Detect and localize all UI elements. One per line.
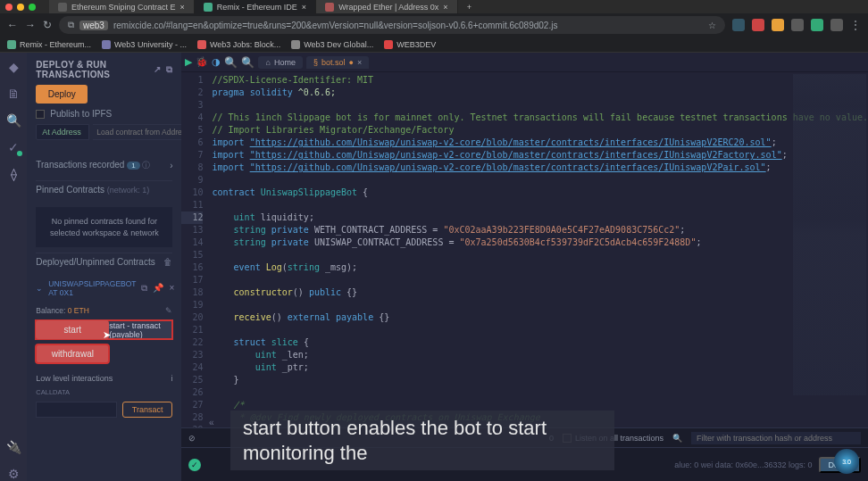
site-badge: ⧉ [68,20,74,30]
video-caption: start button enables the bot to start mo… [230,411,614,470]
new-tab-button[interactable]: + [458,0,480,13]
tx-log: alue: 0 wei data: 0x60e...36332 logs: 0 [674,460,812,469]
bookmark-label: Remix - Ethereum... [20,40,91,49]
publish-ipfs-row[interactable]: Publish to IPFS [36,109,172,119]
bookmark-icon [102,40,111,49]
search-icon[interactable]: 🔍 [6,113,21,128]
checkbox-icon[interactable] [36,110,45,119]
browser-tab-0[interactable]: Ethereum Sniping Contract E× [49,0,195,13]
star-icon[interactable]: ☆ [708,21,716,30]
pinned-title: Pinned Contracts [36,185,104,195]
favicon-icon [204,3,213,12]
close-icon[interactable]: × [443,3,447,12]
link-icon[interactable]: ⧉ [166,64,172,75]
browser-tab-2[interactable]: Wrapped Ether | Address 0x× [316,0,458,13]
toggle-icon[interactable]: ◑ [212,56,221,68]
tab-label: Wrapped Ether | Address 0x [338,3,438,12]
low-level-row: Low level interactions i [36,369,172,383]
info-icon[interactable]: i [171,374,172,383]
bookmark-icon [384,40,393,49]
close-icon[interactable]: × [357,58,362,67]
bookmark-item[interactable]: Web3 Jobs: Block... [197,40,280,49]
address-row: ← → ↻ ⧉ web3 remixcide.co/#lang=en&optim… [0,13,868,37]
url-prefix: web3 [79,21,108,30]
tx-filter-input[interactable] [691,432,861,444]
expand-icon[interactable]: ↗ [154,64,161,75]
ext-icon[interactable] [830,19,843,31]
close-traffic[interactable] [5,4,13,11]
cursor-icon: ➤ [103,329,111,341]
chevron-down-icon[interactable]: ⌄ [36,284,43,293]
bookmark-item[interactable]: Web3 Dev Global... [291,40,373,49]
min-traffic[interactable] [17,4,24,11]
collapse-icon[interactable]: « [209,418,214,427]
tab-label: Remix - Ethereum IDE [217,3,297,12]
menu-icon[interactable]: ⋮ [850,19,861,31]
pin-icon[interactable]: 📌 [153,283,163,294]
search-icon[interactable]: 🔍 [672,434,682,443]
browser-tab-1[interactable]: Remix - Ethereum IDE× [195,0,316,13]
ext-icon[interactable] [791,19,804,31]
bookmark-bar: Remix - Ethereum... Web3 University - ..… [0,37,868,53]
zoom-out-icon[interactable]: 🔍 [241,56,255,69]
bookmark-label: Web3 University - ... [114,40,187,49]
bookmark-label: Web3 Jobs: Block... [210,40,280,49]
favicon-icon [325,3,334,12]
reload-icon[interactable]: ↻ [43,19,52,31]
close-icon[interactable]: × [169,283,174,294]
deploy-button[interactable]: Deploy [36,85,88,104]
back-icon[interactable]: ← [7,19,18,31]
balance-value: 0 ETH [68,306,89,315]
max-traffic[interactable] [29,4,36,11]
tab-label: Ethereum Sniping Contract E [71,3,176,12]
withdrawal-button[interactable]: withdrawal [36,344,109,363]
edit-icon[interactable]: ✎ [165,306,172,315]
line-gutter: 1234567891011121314151617181920212223242… [181,72,208,427]
start-button[interactable]: start➤ [36,320,109,339]
bookmark-item[interactable]: Remix - Ethereum... [7,40,91,49]
ext-icon[interactable] [772,19,784,31]
forward-icon[interactable]: → [25,19,36,31]
trash-icon[interactable]: 🗑 [163,257,172,267]
contract-instance[interactable]: ⌄ UNISWAPSLIPPAGEBOT AT 0X1 ⧉📌× [36,276,172,301]
info-icon[interactable]: ⓘ [142,161,150,170]
code-body[interactable]: //SPDX-License-Identifier: MIT pragma so… [208,72,868,427]
zoom-in-icon[interactable]: 🔍 [224,56,238,69]
chevron-right-icon[interactable]: › [170,161,172,170]
compiler-icon[interactable]: ✓ [6,140,21,154]
editor-toolbar: ▶ 🐞 ◑ 🔍 🔍 ⌂Home §bot.sol●× [181,53,868,72]
transact-button[interactable]: Transact [122,402,173,418]
file-tab[interactable]: §bot.sol●× [306,56,369,69]
debug-icon[interactable]: 🐞 [196,56,208,68]
close-icon[interactable]: × [180,3,185,12]
load-address-input[interactable] [93,124,181,140]
remix-logo-icon[interactable]: ◆ [6,60,21,74]
deployed-section: Deployed/Unpinned Contracts 🗑 [36,253,172,270]
copy-icon[interactable]: ⧉ [141,283,147,294]
settings-icon[interactable]: ⚙ [6,467,21,481]
bookmark-item[interactable]: WEB3DEV [384,40,436,49]
panel-title: DEPLOY & RUN TRANSACTIONS ↗⧉ [36,60,172,79]
bookmark-item[interactable]: Web3 University - ... [102,40,187,49]
run-icon[interactable]: ▶ [185,56,192,68]
bookmark-label: Web3 Dev Global... [304,40,373,49]
success-icon: ✓ [188,459,201,471]
at-address-button[interactable]: At Address [36,124,89,140]
tx-recorded-row[interactable]: Transactions recorded 1 ⓘ › [36,156,172,175]
code-editor[interactable]: 1234567891011121314151617181920212223242… [181,72,868,427]
deployed-title: Deployed/Unpinned Contracts [36,257,154,267]
terminal-clear-icon[interactable]: ⊘ [188,434,196,443]
home-tab[interactable]: ⌂Home [258,56,302,69]
file-explorer-icon[interactable]: 🗎 [6,87,21,101]
close-icon[interactable]: × [302,3,306,12]
calldata-input[interactable] [36,402,117,418]
bookmark-icon [197,40,206,49]
deploy-icon[interactable]: ⟠ [6,167,21,181]
ext-icon[interactable] [811,19,823,31]
plugin-icon[interactable]: 🔌 [6,440,21,454]
ext-icon[interactable] [752,19,764,31]
ext-icon[interactable] [732,19,745,31]
titlebar: Ethereum Sniping Contract E× Remix - Eth… [0,0,868,13]
address-bar[interactable]: ⧉ web3 remixcide.co/#lang=en&optimize=tr… [59,16,725,34]
minimap[interactable] [793,74,866,395]
